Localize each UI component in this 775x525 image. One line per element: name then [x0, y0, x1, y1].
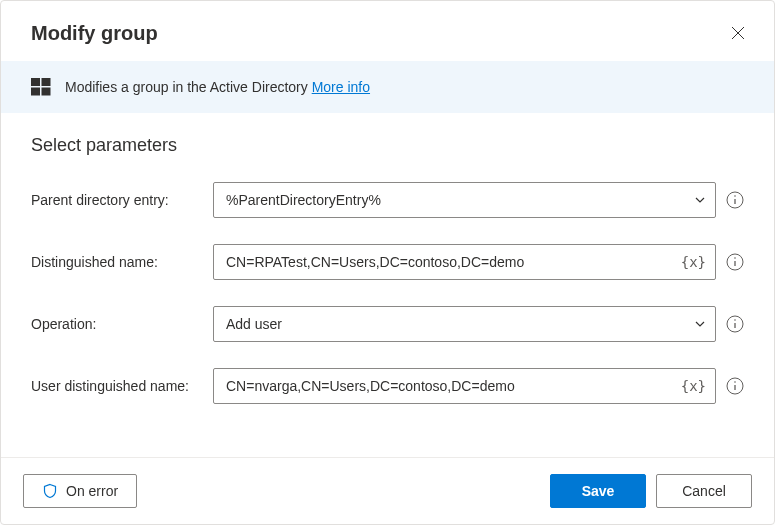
row-operation: Operation: [31, 306, 744, 342]
info-icon-user-dn[interactable] [726, 377, 744, 395]
label-user-dn: User distinguished name: [31, 378, 203, 394]
svg-point-14 [734, 319, 736, 321]
info-banner: Modifies a group in the Active Directory… [1, 61, 774, 113]
dialog-content: Select parameters Parent directory entry… [1, 113, 774, 457]
banner-description: Modifies a group in the Active Directory [65, 79, 312, 95]
svg-rect-2 [31, 78, 40, 86]
dialog-header: Modify group [1, 1, 774, 61]
row-distinguished-name: Distinguished name: {x} [31, 244, 744, 280]
dialog-footer: On error Save Cancel [1, 457, 774, 524]
label-distinguished-name: Distinguished name: [31, 254, 203, 270]
info-icon-operation[interactable] [726, 315, 744, 333]
on-error-label: On error [66, 483, 118, 499]
more-info-link[interactable]: More info [312, 79, 370, 95]
info-icon-parent[interactable] [726, 191, 744, 209]
svg-rect-5 [42, 88, 51, 96]
svg-rect-4 [31, 88, 40, 96]
row-parent-directory: Parent directory entry: [31, 182, 744, 218]
cancel-button[interactable]: Cancel [656, 474, 752, 508]
on-error-button[interactable]: On error [23, 474, 137, 508]
banner-text: Modifies a group in the Active Directory… [65, 79, 370, 95]
section-title: Select parameters [31, 135, 744, 156]
label-parent-directory: Parent directory entry: [31, 192, 203, 208]
input-distinguished-name[interactable] [213, 244, 716, 280]
footer-actions: Save Cancel [550, 474, 752, 508]
input-parent-directory[interactable] [213, 182, 716, 218]
close-icon [730, 25, 746, 41]
select-operation[interactable] [213, 306, 716, 342]
svg-point-17 [734, 381, 736, 383]
svg-point-8 [734, 195, 736, 197]
svg-rect-3 [42, 78, 51, 86]
shield-icon [42, 483, 58, 499]
input-user-dn[interactable] [213, 368, 716, 404]
close-button[interactable] [724, 19, 752, 47]
save-button[interactable]: Save [550, 474, 646, 508]
windows-icon [31, 77, 51, 97]
info-icon-dn[interactable] [726, 253, 744, 271]
svg-point-11 [734, 257, 736, 259]
dialog-title: Modify group [31, 22, 158, 45]
label-operation: Operation: [31, 316, 203, 332]
row-user-dn: User distinguished name: {x} [31, 368, 744, 404]
